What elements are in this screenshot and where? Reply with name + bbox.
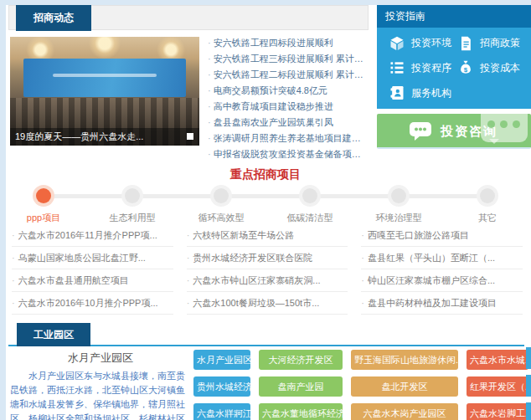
news-link[interactable]: ·张涛调研月照养生养老基地项目建设工作情况要求建...	[208, 131, 369, 146]
timeline-dot	[391, 188, 406, 203]
policy-doc-icon	[457, 35, 474, 52]
guide-item-services[interactable]: 服务机构	[389, 80, 457, 105]
list-icon	[389, 59, 405, 76]
park-button[interactable]: 红果开发区（...	[467, 376, 528, 397]
project-column-3: ·西嘎至毛口旅游公路项目 ·盘县红果（平头山）至断江（... ·钟山区汪家寨城市…	[361, 224, 523, 315]
park-button[interactable]: 盘南产业园	[259, 376, 343, 397]
money-bag-icon: $	[457, 59, 474, 76]
project-link[interactable]: ·六枝特区新场至牛场公路	[187, 224, 348, 247]
svg-text:$: $	[464, 66, 468, 74]
park-button[interactable]: 六盘水董地循环经济产	[259, 403, 343, 420]
park-button[interactable]: 六盘水牂牁江...	[193, 403, 250, 420]
guide-item-cost[interactable]: $ 投资成本	[457, 56, 526, 81]
project-link[interactable]: ·盘县红果（平头山）至断江（...	[361, 247, 523, 269]
project-category-timeline: ppp项目 生态利用型 循环高效型 低碳清洁型 环境治理型 其它	[8, 184, 523, 224]
project-links-grid: ·六盘水市2016年11月推介PPP项... ·乌蒙山国家地质公园北盘江野...…	[12, 224, 523, 315]
news-carousel-image[interactable]: 19度的夏天——贵州六盘水走...	[10, 37, 199, 146]
news-link[interactable]: ·盘县盘南农业产业园筑巢引凤	[208, 115, 369, 131]
guide-item-procedure[interactable]: 投资程序	[389, 56, 457, 81]
project-link[interactable]: ·贵州水城经济开发区联合医院	[187, 247, 348, 269]
tab-ppp-projects[interactable]: ppp项目	[12, 184, 75, 224]
park-button[interactable]: 贵州水城经济...	[193, 376, 250, 397]
guide-grid: 投资环境 招商政策 投资程序	[377, 28, 531, 109]
park-button[interactable]: 水月产业园区	[193, 350, 250, 370]
park-button[interactable]: 六盘水市水城...	[467, 350, 528, 370]
featured-park-description: 水月产业园区东与水城县接壤，南至贵昆铁路，西抵汪水路，北至钟山区大河镇鱼塘和水城…	[10, 369, 191, 420]
floating-sidebar-tab[interactable]	[526, 375, 531, 397]
news-list: ·安六铁路工程四标段进展顺利 ·安六铁路工程三标段进展顺利 累计完成总投资计划的…	[208, 35, 369, 162]
guide-item-environment[interactable]: 投资环境	[389, 31, 457, 56]
news-link[interactable]: ·高中教育城项目建设稳步推进	[208, 99, 369, 115]
timeline-dot	[480, 188, 495, 203]
news-link[interactable]: ·电商交易额预计突破4.8亿元	[208, 83, 369, 99]
investment-consult-banner[interactable]: 投资咨询	[377, 114, 531, 149]
address-book-icon	[389, 85, 405, 101]
decorative-chat-bubble-icon	[481, 114, 528, 142]
news-link[interactable]: ·安六铁路工程二标段进展顺利 累计完成总投资计划的40%	[208, 67, 369, 83]
conference-screen-graphic	[23, 59, 186, 97]
guide-panel-title: 投资指南	[377, 5, 531, 28]
timeline-dot	[302, 188, 317, 203]
timeline-dot	[36, 188, 51, 203]
park-button[interactable]: 野玉海国际山地旅游休闲...	[351, 350, 458, 370]
news-tabbar: 招商动态	[8, 5, 369, 30]
news-link[interactable]: ·申报省级脱贫攻坚投资基金储备项目99个	[208, 146, 369, 162]
park-buttons-grid: 水月产业园区 大河经济开发区 野玉海国际山地旅游休闲... 六盘水市水城... …	[193, 350, 528, 420]
project-column-2: ·六枝特区新场至牛场公路 ·贵州水城经济开发区联合医院 ·六盘水市钟山区汪家寨硝…	[187, 224, 348, 315]
tab-investment-news[interactable]: 招商动态	[16, 5, 91, 31]
investment-portal-page: 招商动态 19度的夏天——贵州六盘水走... ·安六铁路工程四标段进展顺利 ·安…	[0, 0, 531, 420]
project-link[interactable]: ·六盘水市钟山区汪家寨硝灰洞...	[187, 269, 348, 292]
industrial-parks-panel: 工业园区 水月产业园区 水月产业园区东与水城县接壤，南至贵昆铁路，西抵汪水路，北…	[8, 323, 531, 420]
news-link[interactable]: ·安六铁路工程三标段进展顺利 累计完成总投资计划的...	[208, 51, 369, 67]
project-link[interactable]: ·乌蒙山国家地质公园北盘江野...	[12, 247, 173, 269]
timeline-dot	[214, 188, 229, 203]
project-link[interactable]: ·钟山区汪家寨城市棚户区综合...	[361, 269, 523, 292]
floating-sidebar-tab[interactable]	[526, 347, 531, 369]
park-button[interactable]: 六盘水木岗产业园区	[351, 403, 458, 420]
featured-park-title: 水月产业园区	[10, 351, 191, 366]
tab-industrial-parks[interactable]: 工业园区	[17, 323, 90, 346]
tab-environment-treatment[interactable]: 环境治理型	[367, 184, 430, 224]
tab-others[interactable]: 其它	[456, 184, 519, 224]
carousel-pager-dot[interactable]	[187, 133, 193, 140]
project-link[interactable]: ·西嘎至毛口旅游公路项目	[361, 224, 523, 247]
project-column-1: ·六盘水市2016年11月推介PPP项... ·乌蒙山国家地质公园北盘江野...…	[12, 224, 173, 315]
tab-circular-efficiency[interactable]: 循环高效型	[189, 184, 253, 224]
news-panel: 招商动态 19度的夏天——贵州六盘水走... ·安六铁路工程四标段进展顺利 ·安…	[8, 5, 369, 164]
news-link[interactable]: ·安六铁路工程四标段进展顺利	[208, 35, 369, 51]
investment-guide-panel: 投资指南 投资环境 招商政策	[377, 5, 531, 109]
park-button[interactable]: 大河经济开发区	[259, 350, 343, 370]
timeline-dot	[125, 188, 140, 203]
floating-sidebar-tab[interactable]	[526, 402, 531, 420]
chat-bubble-icon	[409, 121, 432, 141]
guide-item-policy[interactable]: 招商政策	[457, 31, 526, 56]
project-link[interactable]: ·盘县中药材种植及加工建设项目	[361, 292, 523, 315]
tab-eco-utilization[interactable]: 生态利用型	[101, 184, 164, 224]
park-button[interactable]: 六盘水岩脚工...	[467, 403, 528, 420]
project-link[interactable]: ·六盘水市盘县通用航空项目	[12, 269, 173, 292]
project-link[interactable]: ·六盘水市2016年10月推介PPP项...	[12, 292, 173, 315]
project-link[interactable]: ·六盘水100t餐厨垃圾—150t市...	[187, 292, 348, 315]
featured-park: 水月产业园区 水月产业园区东与水城县接壤，南至贵昆铁路，西抵汪水路，北至钟山区大…	[10, 351, 191, 420]
cube-icon	[389, 35, 405, 52]
carousel-caption: 19度的夏天——贵州六盘水走...	[10, 128, 199, 146]
project-link[interactable]: ·六盘水市2016年11月推介PPP项...	[12, 224, 173, 247]
key-projects-title: 重点招商项目	[0, 167, 531, 182]
park-button[interactable]: 盘北开发区	[351, 376, 458, 397]
tab-low-carbon[interactable]: 低碳清洁型	[278, 184, 342, 224]
